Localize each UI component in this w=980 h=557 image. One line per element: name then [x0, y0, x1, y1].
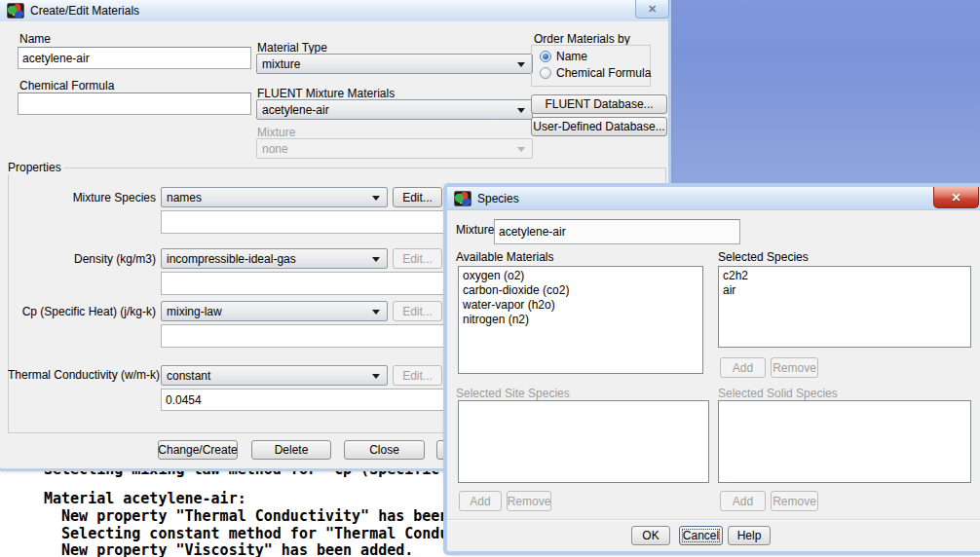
property-label: Density (kg/m3) [8, 252, 156, 266]
list-item[interactable]: carbon-dioxide (co2) [463, 283, 698, 298]
order-by-name-radio[interactable]: Name [540, 50, 587, 63]
order-by-chemical-formula-radio[interactable]: Chemical Formula [540, 66, 651, 80]
add-species-button: Add [720, 357, 766, 378]
material-type-label: Material Type [257, 41, 327, 55]
mixture-select: none [256, 138, 533, 159]
available-materials-label: Available Materials [456, 250, 554, 264]
add-site-species-button: Add [459, 491, 502, 511]
chevron-down-icon [517, 147, 525, 152]
console-line: New property "Viscosity" has been added. [44, 541, 413, 557]
dialog-title: Species [477, 192, 519, 205]
console-line: New property "Thermal Conductivity" has … [44, 507, 493, 525]
divider [447, 519, 980, 521]
chevron-down-icon [372, 310, 380, 315]
cp-select[interactable]: mixing-law [161, 301, 388, 321]
selected-species-list[interactable]: c2h2 air [718, 266, 971, 348]
title-bar[interactable]: Create/Edit Materials [0, 0, 668, 21]
remove-site-species-button: Remove [507, 491, 551, 511]
delete-button[interactable]: Delete [251, 440, 331, 460]
help-button[interactable]: Help [728, 526, 771, 545]
fluent-app-icon [454, 191, 471, 206]
mixture-species-select[interactable]: names [161, 187, 388, 207]
property-label: Cp (Specific Heat) (j/kg-k) [8, 305, 156, 318]
order-materials-by-label: Order Materials by [534, 32, 630, 46]
mixture-value: none [262, 142, 288, 156]
property-label: Mixture Species [8, 191, 156, 204]
console-line: Selecting constant method for "Thermal C… [44, 525, 493, 542]
user-defined-database-button[interactable]: User-Defined Database... [531, 117, 667, 136]
name-label: Name [19, 32, 51, 46]
chevron-down-icon [372, 196, 380, 201]
edit-cp-button: Edit... [393, 301, 442, 321]
list-item[interactable]: water-vapor (h2o) [463, 298, 698, 313]
close-button[interactable]: ✕ [933, 187, 979, 208]
fluent-mixture-materials-label: FLUENT Mixture Materials [257, 87, 395, 100]
close-button[interactable]: ✕ [635, 0, 669, 19]
remove-solid-species-button: Remove [771, 491, 818, 511]
fluent-app-icon [7, 3, 24, 19]
fluent-database-button[interactable]: FLUENT Database... [531, 94, 667, 114]
selected-solid-species-list[interactable] [718, 400, 971, 483]
property-label: Thermal Conductivity (w/m-k) [8, 368, 156, 382]
chevron-down-icon [517, 108, 525, 113]
property-value: mixing-law [167, 305, 222, 318]
species-dialog: Species ✕ Mixture acetylene-air Availabl… [447, 187, 980, 551]
add-solid-species-button: Add [720, 491, 766, 511]
material-type-select[interactable]: mixture [256, 54, 533, 74]
radio-label: Name [556, 50, 587, 63]
mixture-label: Mixture [257, 126, 295, 139]
available-materials-list[interactable]: oxygen (o2) carbon-dioxide (co2) water-v… [458, 266, 703, 374]
close-icon: ✕ [648, 3, 657, 16]
fluent-mixture-materials-select[interactable]: acetylene-air [256, 99, 533, 120]
edit-density-button: Edit... [393, 248, 442, 269]
list-item[interactable]: c2h2 [723, 269, 966, 283]
remove-species-button: Remove [771, 357, 818, 378]
chemical-formula-input[interactable] [18, 93, 251, 115]
title-bar[interactable]: Species [447, 187, 980, 210]
list-item[interactable]: air [723, 283, 966, 298]
list-item[interactable]: nitrogen (n2) [463, 313, 698, 327]
radio-selected-icon [540, 51, 551, 62]
dialog-title: Create/Edit Materials [30, 4, 139, 18]
mixture-name-field: acetylene-air [494, 219, 740, 244]
cancel-button[interactable]: Cancel [679, 526, 723, 545]
chevron-down-icon [517, 62, 525, 67]
ok-button[interactable]: OK [631, 526, 670, 545]
close-icon: ✕ [951, 191, 961, 204]
fluent-mixture-materials-value: acetylene-air [262, 103, 329, 117]
material-type-value: mixture [262, 57, 300, 71]
chevron-down-icon [372, 257, 380, 262]
selected-site-species-label: Selected Site Species [456, 387, 570, 400]
properties-label: Properties [5, 161, 64, 174]
list-item[interactable]: oxygen (o2) [463, 269, 698, 283]
selected-solid-species-label: Selected Solid Species [718, 387, 838, 400]
name-input[interactable]: acetylene-air [18, 47, 251, 69]
radio-label: Chemical Formula [556, 66, 651, 80]
property-value: incompressible-ideal-gas [167, 252, 296, 266]
edit-thermal-conductivity-button: Edit... [393, 365, 442, 386]
radio-unselected-icon [540, 67, 551, 79]
close-dialog-button[interactable]: Close [344, 440, 425, 460]
console-line: Material acetylene-air: [44, 490, 246, 507]
density-select[interactable]: incompressible-ideal-gas [161, 248, 388, 269]
chevron-down-icon [372, 374, 380, 379]
thermal-conductivity-select[interactable]: constant [161, 365, 388, 386]
edit-mixture-species-button[interactable]: Edit... [393, 187, 442, 207]
selected-species-label: Selected Species [718, 250, 809, 264]
selected-site-species-list[interactable] [458, 400, 709, 483]
property-value: constant [167, 369, 210, 383]
chemical-formula-label: Chemical Formula [19, 79, 114, 93]
change-create-button[interactable]: Change/Create [158, 440, 238, 460]
mixture-label: Mixture [456, 223, 494, 237]
property-value: names [167, 191, 202, 204]
